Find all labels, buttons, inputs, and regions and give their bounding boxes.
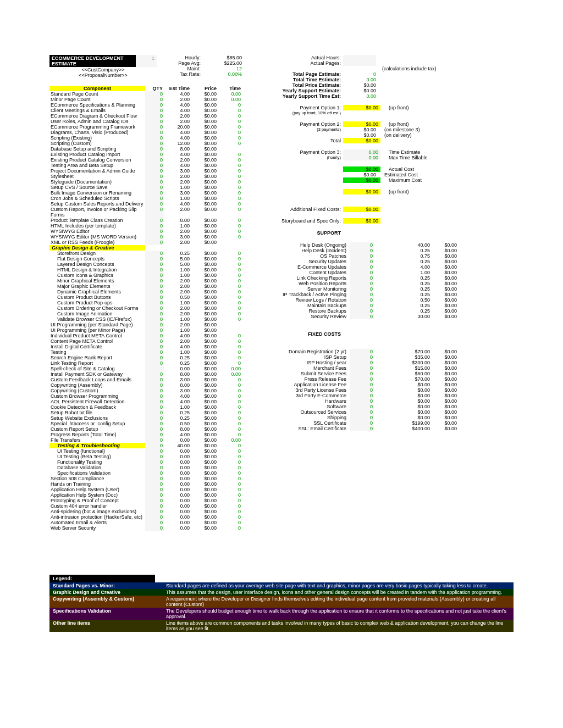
- fixed-qty[interactable]: 0: [350, 349, 374, 354]
- fixed-qty[interactable]: 0: [350, 420, 374, 426]
- qty-cell[interactable]: 0: [145, 338, 164, 344]
- support-qty[interactable]: 0: [350, 253, 374, 259]
- fixed-qty[interactable]: 0: [350, 365, 374, 371]
- qty-cell[interactable]: 0: [145, 393, 164, 399]
- actual-hours-input[interactable]: [343, 55, 376, 60]
- title-input[interactable]: 1: [136, 55, 157, 67]
- qty-cell[interactable]: 0: [145, 119, 164, 124]
- qty-cell[interactable]: 0: [145, 410, 164, 415]
- fixed-qty[interactable]: 0: [350, 387, 374, 393]
- support-qty[interactable]: 0: [350, 270, 374, 275]
- support-qty[interactable]: 0: [350, 314, 374, 319]
- qty-cell[interactable]: 0: [145, 470, 164, 476]
- qty-cell[interactable]: 0: [145, 130, 164, 135]
- qty-cell[interactable]: 0: [145, 360, 164, 366]
- qty-cell[interactable]: 0: [145, 305, 164, 311]
- qty-cell[interactable]: 0: [145, 124, 164, 130]
- qty-cell[interactable]: 0: [145, 273, 164, 278]
- qty-cell[interactable]: 0: [145, 163, 164, 168]
- qty-cell[interactable]: 0: [145, 492, 164, 498]
- fixed-qty[interactable]: 0: [350, 409, 374, 415]
- qty-cell[interactable]: 0: [145, 278, 164, 284]
- qty-cell[interactable]: 0: [145, 503, 164, 509]
- qty-cell[interactable]: [145, 366, 164, 371]
- support-qty[interactable]: 0: [350, 275, 374, 281]
- fixed-qty[interactable]: 0: [350, 415, 374, 420]
- qty-cell[interactable]: 0: [145, 157, 164, 163]
- fixed-qty[interactable]: 0: [350, 371, 374, 376]
- qty-cell[interactable]: 0: [145, 421, 164, 426]
- support-qty[interactable]: 0: [350, 248, 374, 253]
- qty-cell[interactable]: 0: [145, 201, 164, 207]
- qty-cell[interactable]: 0: [145, 448, 164, 454]
- fixed-qty[interactable]: 0: [350, 376, 374, 382]
- support-qty[interactable]: 0: [350, 308, 374, 314]
- fixed-qty[interactable]: 0: [350, 398, 374, 404]
- qty-cell[interactable]: 0: [145, 498, 164, 503]
- support-qty[interactable]: 0: [350, 281, 374, 286]
- qty-cell[interactable]: 0: [145, 355, 164, 360]
- qty-cell[interactable]: 0: [145, 108, 164, 113]
- qty-cell[interactable]: 0: [145, 316, 164, 322]
- qty-cell[interactable]: 0: [145, 311, 164, 316]
- qty-cell[interactable]: 0: [145, 113, 164, 119]
- qty-cell[interactable]: 0: [145, 399, 164, 404]
- qty-cell[interactable]: 0: [145, 465, 164, 470]
- qty-cell[interactable]: 0: [145, 251, 164, 256]
- qty-cell[interactable]: 0: [145, 234, 164, 240]
- qty-cell[interactable]: 0: [145, 289, 164, 294]
- qty-cell[interactable]: 0: [145, 520, 164, 525]
- qty-cell[interactable]: 0: [145, 229, 164, 234]
- qty-cell[interactable]: 0: [145, 240, 164, 245]
- qty-cell[interactable]: 0: [145, 284, 164, 289]
- qty-cell[interactable]: 0: [145, 174, 164, 179]
- qty-cell[interactable]: 0: [145, 141, 164, 146]
- qty-cell[interactable]: 0: [145, 146, 164, 152]
- qty-cell[interactable]: 0: [145, 190, 164, 196]
- qty-cell[interactable]: 0: [145, 207, 164, 218]
- qty-cell[interactable]: 0: [145, 256, 164, 262]
- support-qty[interactable]: 0: [350, 264, 374, 270]
- qty-cell[interactable]: 0: [145, 322, 164, 327]
- qty-cell[interactable]: 0: [145, 300, 164, 305]
- qty-cell[interactable]: 0: [145, 223, 164, 229]
- qty-cell[interactable]: 0: [145, 267, 164, 273]
- fixed-qty[interactable]: 0: [350, 404, 374, 409]
- fixed-qty[interactable]: 0: [350, 382, 374, 387]
- qty-cell[interactable]: 0: [145, 415, 164, 421]
- qty-cell[interactable]: 0: [145, 404, 164, 410]
- qty-cell[interactable]: 0: [145, 135, 164, 141]
- fixed-qty[interactable]: 0: [350, 393, 374, 398]
- fixed-qty[interactable]: 0: [350, 360, 374, 365]
- qty-cell[interactable]: 0: [145, 487, 164, 492]
- qty-cell[interactable]: 0: [145, 179, 164, 185]
- qty-cell[interactable]: 0: [145, 344, 164, 349]
- qty-cell[interactable]: 0: [145, 333, 164, 338]
- qty-cell[interactable]: 0: [145, 525, 164, 531]
- qty-cell[interactable]: 0: [145, 481, 164, 487]
- qty-cell[interactable]: 0: [145, 152, 164, 157]
- qty-cell[interactable]: 0: [145, 388, 164, 393]
- qty-cell[interactable]: 0: [145, 476, 164, 481]
- support-qty[interactable]: 0: [350, 303, 374, 308]
- fixed-qty[interactable]: 0: [350, 426, 374, 431]
- qty-cell[interactable]: 0: [145, 196, 164, 201]
- qty-cell[interactable]: 0: [145, 377, 164, 382]
- qty-cell[interactable]: 0: [145, 459, 164, 465]
- actual-pages-input[interactable]: [343, 60, 376, 66]
- qty-cell[interactable]: 0: [145, 294, 164, 300]
- support-qty[interactable]: 0: [350, 242, 374, 248]
- qty-cell[interactable]: 0: [145, 382, 164, 388]
- fixed-qty[interactable]: 0: [350, 354, 374, 360]
- qty-cell[interactable]: 0: [145, 262, 164, 267]
- qty-cell[interactable]: 0: [145, 185, 164, 190]
- qty-cell[interactable]: 0: [145, 218, 164, 223]
- qty-cell[interactable]: 0: [145, 168, 164, 174]
- qty-cell[interactable]: 0: [145, 509, 164, 514]
- qty-cell[interactable]: 0: [145, 514, 164, 520]
- qty-cell[interactable]: 0: [145, 426, 164, 432]
- qty-cell[interactable]: 0: [145, 91, 164, 97]
- support-qty[interactable]: 0: [350, 292, 374, 297]
- support-qty[interactable]: 0: [350, 259, 374, 264]
- qty-cell[interactable]: 0: [145, 349, 164, 355]
